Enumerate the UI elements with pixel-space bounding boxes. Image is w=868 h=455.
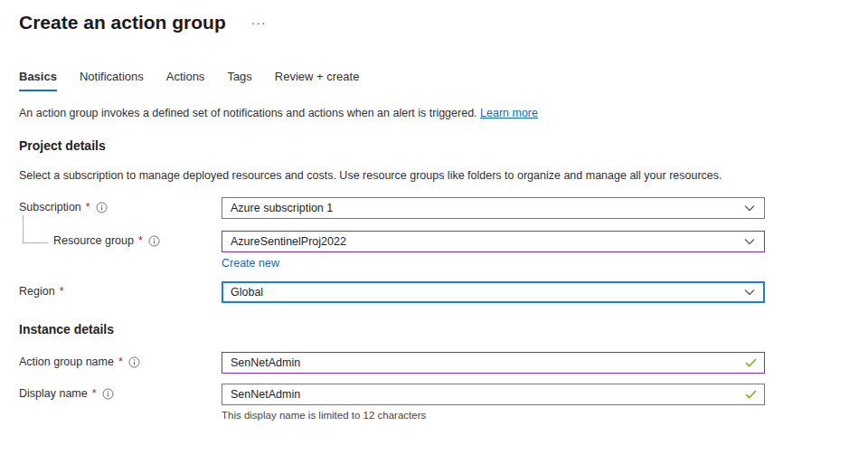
chevron-down-icon: [744, 202, 755, 214]
valid-check-icon: [745, 390, 757, 399]
create-new-link[interactable]: Create new: [222, 257, 279, 270]
required-asterisk: *: [92, 387, 97, 400]
display-name-input[interactable]: [222, 384, 765, 405]
resource-group-value: AzureSentinelProj2022: [231, 235, 346, 248]
resource-group-dropdown[interactable]: AzureSentinelProj2022: [222, 231, 765, 252]
tab-basics[interactable]: Basics: [19, 70, 57, 91]
instance-details-form: Action group name * Display name *: [19, 352, 868, 421]
info-icon[interactable]: [96, 202, 108, 213]
chevron-down-icon: [744, 235, 755, 248]
display-name-label-cell: Display name *: [19, 384, 222, 400]
action-group-name-label-cell: Action group name *: [19, 352, 222, 368]
display-name-control-cell: This display name is limited to 12 chara…: [222, 384, 765, 421]
display-name-helper-text: This display name is limited to 12 chara…: [222, 410, 765, 421]
tab-notifications[interactable]: Notifications: [80, 70, 144, 91]
more-menu-icon[interactable]: ···: [250, 14, 269, 31]
action-group-name-control-cell: [222, 352, 765, 374]
region-row: Region * Global: [19, 281, 868, 303]
intro-text: An action group invokes a defined set of…: [19, 107, 868, 119]
subscription-value: Azure subscription 1: [231, 202, 333, 214]
hierarchy-connector-line: [23, 215, 48, 243]
region-label-cell: Region *: [19, 281, 222, 298]
action-group-name-label: Action group name: [19, 355, 114, 368]
subscription-label: Subscription: [19, 201, 81, 213]
instance-details-heading: Instance details: [19, 322, 868, 337]
resource-group-label: Resource group: [53, 234, 134, 247]
tab-tags[interactable]: Tags: [227, 70, 251, 91]
create-action-group-page: Create an action group ··· Basics Notifi…: [0, 0, 868, 421]
project-details-description: Select a subscription to manage deployed…: [19, 169, 868, 182]
resource-group-control-cell: AzureSentinelProj2022 Create new: [222, 231, 765, 270]
page-header: Create an action group ···: [19, 9, 868, 36]
required-asterisk: *: [118, 355, 123, 368]
required-asterisk: *: [138, 234, 143, 247]
tab-review-create[interactable]: Review + create: [275, 70, 360, 91]
info-icon[interactable]: [128, 356, 140, 368]
subscription-control-cell: Azure subscription 1: [222, 197, 765, 219]
page-title: Create an action group: [19, 10, 226, 35]
chevron-down-icon: [744, 286, 755, 299]
valid-check-icon: [745, 358, 757, 367]
display-name-label: Display name: [19, 387, 88, 400]
action-group-name-input[interactable]: [222, 352, 765, 374]
subscription-label-cell: Subscription *: [19, 197, 222, 213]
display-name-row: Display name * This display name is limi…: [19, 384, 868, 421]
resource-group-row: Resource group * AzureSentinelProj2022 C…: [19, 231, 868, 270]
region-value: Global: [231, 286, 263, 299]
region-control-cell: Global: [222, 281, 765, 303]
project-details-heading: Project details: [19, 138, 868, 153]
learn-more-link[interactable]: Learn more: [480, 107, 538, 119]
resource-group-label-cell: Resource group *: [19, 231, 222, 247]
region-dropdown[interactable]: Global: [222, 281, 765, 303]
subscription-row: Subscription * Azure subscription 1: [19, 197, 868, 219]
required-asterisk: *: [60, 285, 64, 298]
tab-actions[interactable]: Actions: [166, 70, 205, 91]
info-icon[interactable]: [148, 235, 160, 247]
intro-sentence: An action group invokes a defined set of…: [19, 107, 477, 119]
region-label: Region: [19, 285, 55, 298]
info-icon[interactable]: [102, 388, 114, 400]
tab-bar: Basics Notifications Actions Tags Review…: [19, 70, 868, 91]
project-details-form: Subscription * Azure subscription 1 Reso…: [19, 197, 868, 303]
subscription-dropdown[interactable]: Azure subscription 1: [222, 197, 765, 219]
action-group-name-row: Action group name *: [19, 352, 868, 374]
required-asterisk: *: [86, 201, 90, 213]
